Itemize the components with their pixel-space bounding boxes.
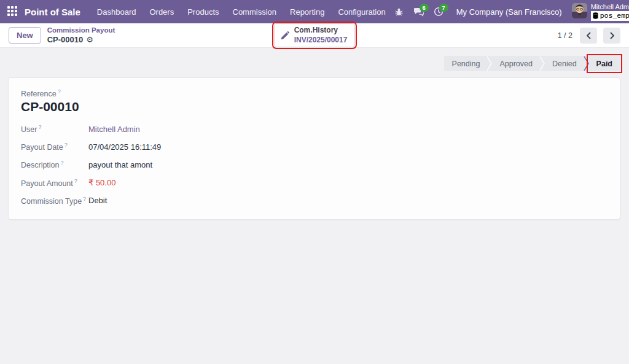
company-switcher[interactable]: My Company (San Francisco) — [450, 7, 568, 17]
user-label: User? — [21, 124, 88, 134]
breadcrumb: Commission Payout CP-00010 ⚙ — [47, 26, 115, 45]
help-icon: ? — [61, 160, 64, 166]
payout-date-label: Payout Date? — [21, 142, 88, 152]
pencil-icon — [281, 31, 289, 40]
form-view: Reference? CP-00010 User? Mitchell Admin… — [0, 71, 629, 220]
pager-previous-button[interactable] — [580, 28, 597, 44]
menu-dashboard[interactable]: Dashboard — [92, 4, 142, 20]
status-step-denied[interactable]: Denied — [544, 56, 585, 71]
payout-amount-value[interactable]: ₹ 50.00 — [88, 178, 608, 187]
avatar — [572, 3, 587, 18]
main-menu: Dashboard Orders Products Commission Rep… — [92, 4, 391, 20]
stat-button-value: INV/2025/00017 — [294, 36, 348, 45]
pager-value: 1 / 2 — [558, 31, 572, 40]
menu-commission[interactable]: Commission — [227, 4, 283, 20]
stat-button-label: Com.History — [294, 26, 338, 36]
menu-orders[interactable]: Orders — [144, 4, 179, 20]
user-value[interactable]: Mitchell Admin — [88, 125, 608, 134]
breadcrumb-parent-link[interactable]: Commission Payout — [47, 26, 115, 34]
new-button[interactable]: New — [9, 27, 41, 44]
pager-next-button[interactable] — [603, 28, 620, 44]
activity-clock-icon[interactable]: 7 — [431, 4, 447, 20]
reference-label: Reference? — [21, 88, 608, 98]
bug-icon[interactable] — [391, 4, 407, 20]
help-icon: ? — [58, 88, 61, 95]
database-icon — [593, 12, 598, 19]
apps-menu-icon[interactable] — [7, 6, 17, 17]
help-icon: ? — [38, 124, 41, 130]
control-panel: New Commission Payout CP-00010 ⚙ Com.His… — [0, 23, 629, 48]
pager: 1 / 2 — [355, 28, 620, 44]
statusbar: Pending Approved Denied Paid — [444, 56, 620, 71]
description-label: Description? — [21, 160, 88, 169]
help-icon: ? — [83, 196, 86, 202]
help-icon: ? — [74, 178, 77, 184]
breadcrumb-current: CP-00010 — [47, 35, 84, 45]
messages-count-badge: 6 — [420, 4, 429, 12]
user-menu[interactable]: Mitchell Admin pos_emp_commission — [572, 3, 629, 21]
status-step-approved[interactable]: Approved — [491, 56, 541, 71]
app-name[interactable]: Point of Sale — [25, 7, 80, 17]
activities-count-badge: 7 — [439, 4, 448, 12]
com-history-stat-button[interactable]: Com.History INV/2025/00017 — [274, 23, 356, 47]
payout-date-value[interactable]: 07/04/2025 16:11:49 — [88, 142, 608, 152]
description-value[interactable]: payout that amont — [88, 160, 608, 169]
statusbar-row: Pending Approved Denied Paid — [0, 48, 629, 71]
commission-type-value[interactable]: Debit — [88, 196, 608, 205]
systray: 6 7 My Company (San Francisco) — [391, 3, 629, 21]
menu-products[interactable]: Products — [182, 4, 224, 20]
menu-configuration[interactable]: Configuration — [332, 4, 391, 20]
reference-value[interactable]: CP-00010 — [21, 99, 608, 114]
payout-amount-label: Payout Amount? — [21, 178, 88, 188]
help-icon: ? — [64, 142, 68, 148]
commission-type-label: Commission Type? — [21, 196, 88, 206]
database-name: pos_emp_commission — [591, 11, 629, 21]
form-sheet: Reference? CP-00010 User? Mitchell Admin… — [8, 77, 620, 220]
top-navbar: Point of Sale Dashboard Orders Products … — [0, 0, 629, 23]
gear-icon[interactable]: ⚙ — [86, 36, 93, 44]
status-step-pending[interactable]: Pending — [444, 56, 488, 71]
status-step-paid[interactable]: Paid — [588, 56, 620, 71]
user-name: Mitchell Admin — [591, 3, 629, 11]
menu-reporting[interactable]: Reporting — [284, 4, 330, 20]
messages-icon[interactable]: 6 — [411, 4, 427, 20]
